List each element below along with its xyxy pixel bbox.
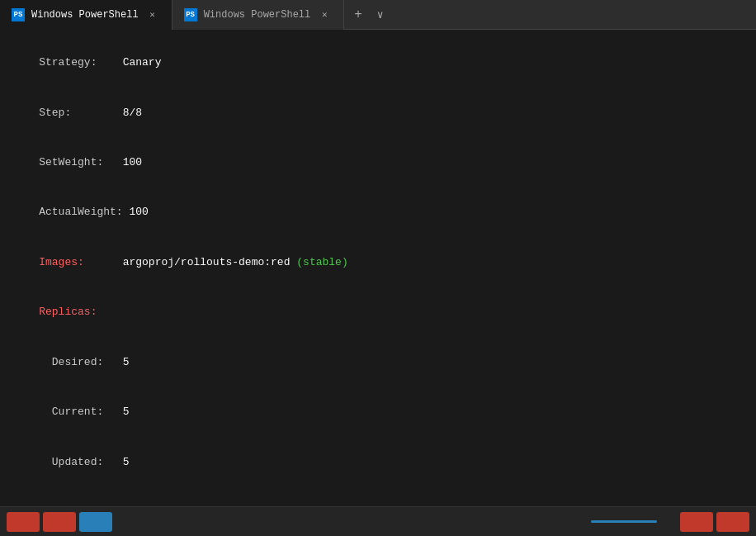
line-current: Current: 5 <box>13 387 743 437</box>
tab-bar-empty <box>389 0 756 29</box>
taskbar-block-blue-1 <box>79 512 112 532</box>
taskbar-block-red-1 <box>7 512 40 532</box>
tab-1[interactable]: PS Windows PowerShell ✕ <box>0 0 172 30</box>
line-actualweight: ActualWeight: 100 <box>13 187 743 237</box>
tab-2-icon: PS <box>184 8 197 21</box>
tab-1-label: Windows PowerShell <box>31 9 139 21</box>
tab-2-close[interactable]: ✕ <box>317 7 332 22</box>
tab-1-icon: PS <box>12 8 25 21</box>
taskbar-block-red-2 <box>43 512 76 532</box>
line-strategy: Strategy: Canary <box>13 38 743 88</box>
title-bar: PS Windows PowerShell ✕ PS Windows Power… <box>0 0 756 30</box>
tab-1-close[interactable]: ✕ <box>145 7 160 22</box>
taskbar-block-red-3 <box>680 512 713 532</box>
new-tab-button[interactable]: + <box>344 7 372 22</box>
line-ready: Ready: 5 <box>13 487 743 506</box>
taskbar-line-blue <box>591 520 657 523</box>
line-images: Images: argoproj/rollouts-demo:red (stab… <box>13 238 743 287</box>
terminal-content: Strategy: Canary Step: 8/8 SetWeight: 10… <box>0 30 756 506</box>
taskbar-block-red-4 <box>716 512 749 532</box>
tab-2[interactable]: PS Windows PowerShell ✕ <box>172 0 345 30</box>
line-updated: Updated: 5 <box>13 437 743 486</box>
line-setweight: SetWeight: 100 <box>13 138 743 187</box>
line-step: Step: 8/8 <box>13 88 743 137</box>
line-desired: Desired: 5 <box>13 338 743 387</box>
line-replicas-header: Replicas: <box>13 287 743 337</box>
taskbar <box>0 506 756 536</box>
tab-2-label: Windows PowerShell <box>204 9 311 21</box>
tab-dropdown[interactable]: ∨ <box>372 8 389 21</box>
